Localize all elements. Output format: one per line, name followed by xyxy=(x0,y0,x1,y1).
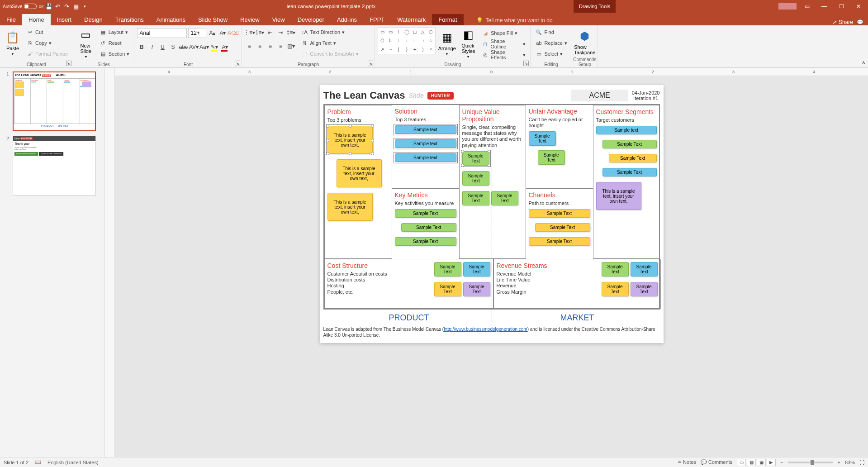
section-button[interactable]: ▤Section ▾ xyxy=(98,49,132,59)
redo-icon[interactable]: ↷ xyxy=(63,3,71,10)
align-text-button[interactable]: ⇅Align Text ▾ xyxy=(299,38,360,48)
grow-font-icon[interactable]: A▴ xyxy=(208,29,217,38)
justify-icon[interactable]: ≡ xyxy=(276,42,285,51)
text-direction-button[interactable]: ↕AText Direction ▾ xyxy=(299,27,360,37)
cell-solution[interactable]: Solution Top 3 features Sample text Samp… xyxy=(392,105,460,189)
sticky-note[interactable]: This is a sample text, insert your own t… xyxy=(596,182,641,210)
slide-thumbnails-panel[interactable]: 1 The Lean Canvas HUNTER ACME Problem So… xyxy=(0,68,105,457)
sticky-note[interactable]: Sample Text xyxy=(434,262,461,276)
tell-me-search[interactable]: 💡 Tell me what you want to do xyxy=(473,15,556,25)
bullets-icon[interactable]: ⋮≡▾ xyxy=(245,28,254,37)
sticky-note[interactable]: Sample Text xyxy=(434,282,461,296)
collapse-ribbon-icon[interactable]: ʌ xyxy=(862,60,865,66)
slide-title[interactable]: The Lean Canvas xyxy=(323,90,405,101)
tab-format[interactable]: Format xyxy=(432,14,463,25)
align-right-icon[interactable]: ≡ xyxy=(266,42,275,51)
date-text[interactable]: 04-Jan-2020 xyxy=(632,90,660,95)
zoom-out-icon[interactable]: − xyxy=(780,460,783,465)
slideshow-view-icon[interactable]: ▶ xyxy=(767,459,776,466)
sticky-note[interactable]: Sample Text xyxy=(535,223,590,232)
drawing-launcher[interactable]: ↘ xyxy=(523,61,529,66)
align-center-icon[interactable]: ≡ xyxy=(255,42,264,51)
maximize-icon[interactable]: ☐ xyxy=(835,0,848,13)
tab-slideshow[interactable]: Slide Show xyxy=(192,14,234,25)
tab-view[interactable]: View xyxy=(266,14,291,25)
sticky-note[interactable]: Sample Text xyxy=(631,262,658,276)
company-box[interactable]: ACME xyxy=(571,90,628,101)
bold-button[interactable]: B xyxy=(137,43,146,52)
slide-thumbnail-2[interactable]: Slide HUNTER Thank you! You can use this… xyxy=(13,136,96,195)
tab-watermark[interactable]: Watermark xyxy=(391,14,432,25)
layout-button[interactable]: ▦Layout ▾ xyxy=(98,27,132,37)
change-case-icon[interactable]: Aa▾ xyxy=(199,43,209,52)
font-name-input[interactable] xyxy=(137,28,187,38)
sorter-view-icon[interactable]: ▦ xyxy=(747,459,756,466)
clipboard-launcher[interactable]: ↘ xyxy=(66,61,71,66)
save-icon[interactable]: 💾 xyxy=(45,3,52,10)
user-badge[interactable] xyxy=(778,3,797,10)
sticky-note[interactable]: Sample Text xyxy=(395,209,456,218)
autosave-toggle[interactable]: AutoSave Off xyxy=(3,4,43,9)
sticky-note[interactable]: Sample Text xyxy=(462,171,489,186)
language-indicator[interactable]: English (United States) xyxy=(47,460,99,465)
sticky-note[interactable]: This is a sample text, insert your own t… xyxy=(327,126,373,154)
tab-home[interactable]: Home xyxy=(22,14,51,25)
reset-button[interactable]: ↺Reset xyxy=(98,38,132,48)
char-spacing-icon[interactable]: AV▾ xyxy=(189,43,198,52)
sticky-note[interactable]: Sample Text xyxy=(491,191,518,205)
slide-thumbnail-1[interactable]: The Lean Canvas HUNTER ACME Problem Solu… xyxy=(13,71,96,131)
tab-addins[interactable]: Add-ins xyxy=(331,14,363,25)
sticky-note[interactable]: Sample Text xyxy=(538,150,565,165)
shape-outline-button[interactable]: ◻Shape Outline ▾ xyxy=(480,39,527,49)
paste-button[interactable]: 📋 Paste▾ xyxy=(3,27,23,59)
ribbon-options-icon[interactable]: ▭ xyxy=(800,0,814,13)
decrease-indent-icon[interactable]: ⇤ xyxy=(266,28,275,37)
tab-developer[interactable]: Developer xyxy=(291,14,331,25)
tab-insert[interactable]: Insert xyxy=(51,14,78,25)
cell-problem[interactable]: Problem Top 3 problems This is a sample … xyxy=(324,105,392,259)
sticky-note[interactable]: Sample Text xyxy=(395,237,456,246)
shrink-font-icon[interactable]: A▾ xyxy=(218,29,227,38)
sticky-note[interactable]: Sample Text xyxy=(602,262,629,276)
select-button[interactable]: ▭Select ▾ xyxy=(533,49,569,59)
comments-button[interactable]: 💬 Comments xyxy=(701,459,732,465)
sticky-note[interactable]: Sample Text xyxy=(602,282,629,296)
reading-view-icon[interactable]: ▣ xyxy=(757,459,766,466)
sticky-note[interactable]: Sample Text xyxy=(462,191,489,205)
shadow-button[interactable]: S xyxy=(168,43,177,52)
find-button[interactable]: 🔍Find xyxy=(533,27,569,37)
sticky-note[interactable]: Sample Text xyxy=(609,154,657,162)
columns-icon[interactable]: ▥▾ xyxy=(286,42,295,51)
sticky-note[interactable]: Sample text xyxy=(395,139,456,148)
align-left-icon[interactable]: ≡ xyxy=(245,42,254,51)
footer-link[interactable]: http://www.businessmodelgeneration.com xyxy=(444,327,527,332)
zoom-in-icon[interactable]: + xyxy=(838,460,840,465)
fit-to-window-icon[interactable]: ⛶ xyxy=(859,460,864,465)
paragraph-launcher[interactable]: ↘ xyxy=(368,61,373,66)
zoom-slider[interactable] xyxy=(788,462,833,463)
numbering-icon[interactable]: 1≡▾ xyxy=(255,28,264,37)
sticky-note[interactable]: This is a sample text, insert your own t… xyxy=(327,193,373,221)
show-taskpane-button[interactable]: ⬢ Show Taskpane xyxy=(575,26,595,58)
shapes-gallery[interactable]: ▭▭\◯◻△⬡ ⬠L↑↓←→☆ ↗~{}✦)▾ xyxy=(378,27,435,54)
tab-file[interactable]: File xyxy=(0,14,22,25)
clear-format-icon[interactable]: A⌫ xyxy=(228,29,237,38)
sticky-note[interactable]: Sample Text xyxy=(631,282,658,296)
sticky-note[interactable]: Sample Text xyxy=(463,282,490,296)
cell-metrics[interactable]: Key Metrics Key activities you measure S… xyxy=(392,188,460,259)
font-color-icon[interactable]: A▾ xyxy=(220,43,229,52)
slide-canvas[interactable]: The Lean Canvas Slide HUNTER ACME 04-Jan… xyxy=(320,85,664,343)
undo-icon[interactable]: ↶ xyxy=(54,3,62,10)
vertical-scrollbar[interactable] xyxy=(861,136,868,457)
tab-fppt[interactable]: FPPT xyxy=(363,14,391,25)
cell-uvp[interactable]: Unique Value Proposition Single, clear, … xyxy=(459,105,526,259)
sticky-note[interactable]: This is a sample text, insert your own t… xyxy=(337,159,382,187)
sticky-note[interactable]: Sample Text xyxy=(529,209,590,218)
sticky-note[interactable]: Sample Text xyxy=(529,237,590,246)
cell-customers[interactable]: Customer Segments Target customers Sampl… xyxy=(593,105,660,259)
sticky-note[interactable]: Sample Text xyxy=(602,168,657,176)
new-slide-button[interactable]: ▭ New Slide▾ xyxy=(76,27,96,59)
underline-button[interactable]: U xyxy=(158,43,167,52)
tab-review[interactable]: Review xyxy=(234,14,266,25)
share-button[interactable]: ↗ Share xyxy=(832,19,853,25)
